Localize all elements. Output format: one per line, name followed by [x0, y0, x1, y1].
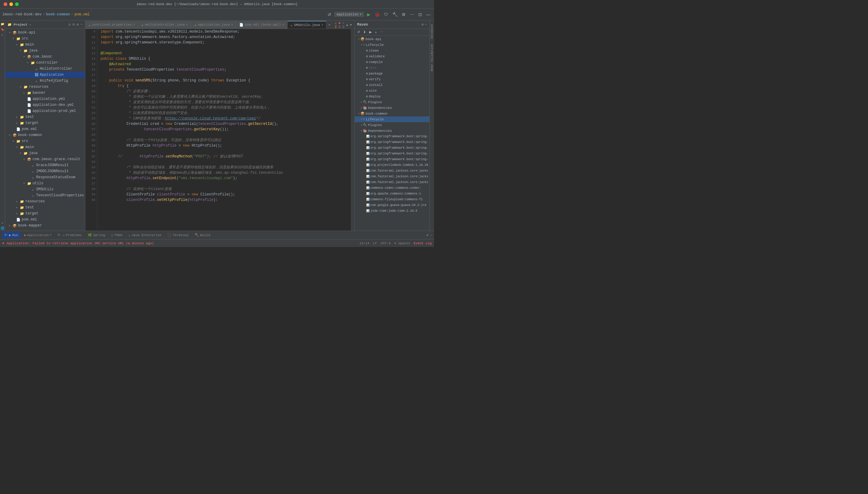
- tab-hellocontroller[interactable]: ☕ HelloController.java ×: [138, 21, 191, 28]
- nav-down-icon[interactable]: ▼: [350, 23, 352, 27]
- window-button[interactable]: ⊡: [417, 12, 423, 18]
- close-button[interactable]: [4, 2, 7, 6]
- maven-dep10[interactable]: 📊 commons-codec:commons-codec:: [355, 185, 430, 191]
- settings-icon[interactable]: ⚙: [427, 233, 429, 237]
- code-editor[interactable]: import com.tencentcloudapi.sms.v20210111…: [97, 29, 351, 231]
- maven-dep12[interactable]: 📊 commons-fileupload:commons-fi: [355, 197, 430, 202]
- tree-item-main2[interactable]: ▾ 📁 main: [5, 144, 85, 150]
- maven-download-icon[interactable]: ⬇: [362, 30, 367, 35]
- maven-book-common[interactable]: ▾ 📦 book-common: [355, 111, 430, 116]
- maven-dep1[interactable]: 📊 org.springframework.boot:spring-: [355, 134, 430, 139]
- maven-deps-api[interactable]: ▸ 📚 Dependencies: [355, 105, 430, 111]
- locate-icon[interactable]: ◎: [69, 22, 71, 27]
- status-indent[interactable]: 4 spaces: [394, 242, 410, 245]
- maven-dep11[interactable]: 📊 org.apache.commons:commons-l: [355, 191, 430, 197]
- run-sub-tab[interactable]: ▶ Application ×: [22, 232, 54, 239]
- tree-item-book-mapper[interactable]: ▸ 📦 book-mapper: [5, 223, 85, 229]
- tab-problems[interactable]: 6: ⚠ Problems: [56, 232, 84, 239]
- minimize-button[interactable]: [9, 2, 13, 6]
- window-controls[interactable]: [4, 2, 19, 6]
- sidebar-web-icon[interactable]: 🌐: [0, 226, 5, 231]
- tree-item-target1[interactable]: ▸ 📁 target: [5, 120, 85, 126]
- tab-enterprise[interactable]: ☕ Java Enterprise: [126, 232, 164, 239]
- tab-todo[interactable]: ☑ TODO: [109, 232, 125, 239]
- tab-close-icon[interactable]: ×: [321, 23, 323, 27]
- settings-button[interactable]: ⚙: [400, 12, 407, 18]
- maven-dep9[interactable]: 📊 com.fasterxml.jackson.core:jacks: [355, 179, 430, 185]
- maven-dep2[interactable]: 📊 org.springframework.boot:spring-: [355, 139, 430, 145]
- tree-item-application[interactable]: ▸ 🅰 Application: [5, 72, 85, 78]
- tree-item-responsestatus[interactable]: ▸ ☕ ResponseStatusEnum: [5, 174, 85, 180]
- tree-item-smsutils[interactable]: ▸ ☕ SMSUtils: [5, 186, 85, 192]
- tree-item-controller[interactable]: ▾ 📁 controller: [5, 60, 85, 66]
- tree-item-tencentcloud[interactable]: ▸ ☕ TencentCloudProperties: [5, 192, 85, 198]
- maven-install[interactable]: ⚙ install: [355, 82, 430, 88]
- maven-package[interactable]: ⚙ package: [355, 71, 430, 76]
- run-sub-close[interactable]: ×: [50, 233, 52, 237]
- sidebar-tab-bean-validation[interactable]: Bean Validation: [430, 42, 434, 74]
- more-button[interactable]: ⋯: [409, 12, 415, 18]
- sidebar-tab-database[interactable]: Database: [430, 22, 434, 41]
- maven-deploy[interactable]: ⚙ deploy: [355, 94, 430, 99]
- tree-item-src2[interactable]: ▾ 📁 src: [5, 138, 85, 144]
- tree-item-hellocontroller[interactable]: ▸ ☕ HelloController: [5, 66, 85, 72]
- tab-terminal[interactable]: ⬛ Terminal: [165, 232, 191, 239]
- tree-item-test1[interactable]: ▸ 📁 test: [5, 114, 85, 120]
- maven-dep7[interactable]: 📊 com.fasterxml.jackson.core:jacks: [355, 168, 430, 174]
- sidebar-bookmark-icon[interactable]: 🔖: [0, 27, 5, 32]
- tree-item-target2[interactable]: ▸ 📁 target: [5, 210, 85, 216]
- tab-close-icon[interactable]: ×: [186, 23, 188, 26]
- maven-clean[interactable]: ⚙ clean: [355, 48, 430, 53]
- status-position[interactable]: 14:14: [359, 242, 370, 245]
- tree-item-src1[interactable]: ▾ 📁 src: [5, 36, 85, 42]
- maven-more-icon[interactable]: ⋯: [379, 30, 384, 35]
- refresh-button[interactable]: ↺: [327, 12, 332, 18]
- maven-run-icon[interactable]: ▶: [368, 30, 373, 35]
- tree-item-pomxml2[interactable]: ▸ 📄 pom.xml: [5, 216, 85, 223]
- status-linesep[interactable]: LF: [373, 242, 377, 245]
- tab-smsutils[interactable]: ☕ SMSUtils.java ×: [288, 21, 327, 28]
- tab-close-icon[interactable]: ×: [282, 23, 284, 26]
- tree-item-utils[interactable]: ▾ 📁 utils: [5, 180, 85, 186]
- tree-item-banner[interactable]: ▸ 📁 banner: [5, 90, 85, 96]
- tab-close-icon[interactable]: ×: [133, 23, 135, 26]
- tree-item-gracejson[interactable]: ▸ ☕ GraceJSONResult: [5, 162, 85, 168]
- nav-up-icon[interactable]: ▲: [346, 23, 348, 27]
- tree-item-imoocjson[interactable]: ▸ ☕ IMOOCJSONResult: [5, 168, 85, 174]
- maximize-button[interactable]: [15, 2, 19, 6]
- maven-dep4[interactable]: 📊 org.springframework.boot:spring-: [355, 151, 430, 156]
- maven-deps-common[interactable]: ▾ 📚 Dependencies: [355, 128, 430, 134]
- tree-item-comimooc1[interactable]: ▾ 📦 com.imooc: [5, 54, 85, 60]
- maven-verify[interactable]: ⚙ verify: [355, 76, 430, 82]
- build-button[interactable]: 🔨: [391, 12, 399, 18]
- maven-dep13[interactable]: 📊 com.google.guava:guava:28.2-jre: [355, 202, 430, 208]
- tree-item-pomxml1[interactable]: ▸ 📄 pom.xml: [5, 126, 85, 132]
- settings-panel-icon[interactable]: ⚙: [77, 22, 79, 27]
- tree-item-appyml[interactable]: ▸ 📄 application.yml: [5, 96, 85, 102]
- minus-icon[interactable]: —: [430, 233, 432, 237]
- maven-dep6[interactable]: 📊 org.projectlombok:lombok:1.18.20: [355, 162, 430, 168]
- tree-item-java2[interactable]: ▾ 📁 java: [5, 150, 85, 156]
- tab-centcloud[interactable]: ☁ centcloud.properties ×: [85, 21, 138, 28]
- sidebar-structure-icon[interactable]: ≡: [0, 33, 5, 37]
- sidebar-project-icon[interactable]: 📁: [0, 22, 5, 26]
- maven-test-api[interactable]: ⚙ test: [355, 65, 430, 71]
- tree-item-book-api[interactable]: ▾ 📦 book-api: [5, 30, 85, 36]
- run-config-selector[interactable]: Application ▾: [334, 12, 364, 17]
- status-event-log[interactable]: Event Log: [414, 242, 432, 245]
- maven-site[interactable]: ⚙ site: [355, 88, 430, 94]
- breadcrumb-module[interactable]: book-common: [46, 12, 70, 17]
- scrollbar[interactable]: [351, 29, 354, 231]
- maven-lifecycle-api[interactable]: ▾ ⚡ Lifecycle: [355, 42, 430, 48]
- maven-plugins-api[interactable]: ▸ 🔌 Plugins: [355, 99, 430, 105]
- tree-item-main1[interactable]: ▾ 📁 main: [5, 42, 85, 48]
- maven-compile[interactable]: ⚙ compile: [355, 59, 430, 65]
- maven-dep8[interactable]: 📊 com.fasterxml.jackson.core:jacks: [355, 174, 430, 179]
- maven-add-icon[interactable]: +: [374, 30, 378, 35]
- maven-lifecycle-common[interactable]: ▾ ⚡ Lifecycle: [355, 116, 430, 122]
- tree-item-appprodlyml[interactable]: ▸ 📄 application-prod.yml: [5, 108, 85, 114]
- maven-validate[interactable]: ⚙ validate: [355, 53, 430, 59]
- tab-pomapi[interactable]: 📄 pom.xml (book-api) ×: [236, 21, 288, 28]
- debug-button[interactable]: 🐞: [373, 12, 381, 18]
- maven-dep5[interactable]: 📊 org.springframework.boot:spring-: [355, 156, 430, 162]
